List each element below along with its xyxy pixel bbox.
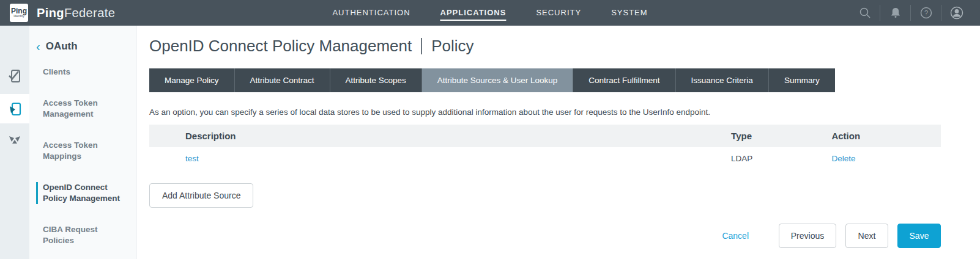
sidebar-item-ciba-request-policies[interactable]: CIBA Request Policies <box>36 224 127 246</box>
primary-nav: AUTHENTICATION APPLICATIONS SECURITY SYS… <box>332 0 647 26</box>
attribute-source-type: LDAP <box>731 147 831 170</box>
tab-issuance-criteria[interactable]: Issuance Criteria <box>675 68 768 92</box>
sidebar-item-access-token-management[interactable]: Access Token Management <box>36 98 127 120</box>
nav-system[interactable]: SYSTEM <box>611 5 647 21</box>
ping-identity-logo[interactable]: Ping Identity <box>10 4 28 22</box>
column-header-action: Action <box>831 125 941 147</box>
sidebar-section-label: OAuth <box>46 40 78 53</box>
account-icon[interactable] <box>941 0 971 26</box>
nav-authentication[interactable]: AUTHENTICATION <box>332 5 410 21</box>
attribute-sources-table: Description Type Action test LDAP Delete <box>149 125 941 170</box>
help-icon[interactable]: ? <box>911 0 941 26</box>
sidebar-item-clients[interactable]: Clients <box>36 67 127 78</box>
access-token-management-icon[interactable] <box>0 94 29 123</box>
brand-light: Federate <box>64 6 115 20</box>
notifications-bell-icon[interactable] <box>880 0 910 26</box>
brand-title: PingFederate <box>37 6 115 20</box>
brand-bold: Ping <box>37 6 64 20</box>
svg-text:?: ? <box>924 9 927 16</box>
search-icon[interactable] <box>850 0 880 26</box>
tab-attribute-sources-user-lookup[interactable]: Attribute Sources & User Lookup <box>421 68 573 92</box>
table-header-row: Description Type Action <box>149 125 941 147</box>
nav-applications[interactable]: APPLICATIONS <box>440 5 507 21</box>
tab-attribute-contract[interactable]: Attribute Contract <box>234 68 330 92</box>
nav-security[interactable]: SECURITY <box>536 5 581 21</box>
sidebar-item-openid-connect-policy-management[interactable]: OpenID Connect Policy Management <box>36 182 127 204</box>
column-header-type: Type <box>731 125 831 147</box>
footer-actions: Cancel Previous Next Save <box>149 224 941 248</box>
tab-attribute-scopes[interactable]: Attribute Scopes <box>330 68 421 92</box>
page-title: OpenID Connect Policy Management Policy <box>149 37 941 56</box>
logo-subtext: Identity <box>13 15 24 18</box>
attribute-source-link[interactable]: test <box>185 154 199 163</box>
wizard-tabs: Manage Policy Attribute Contract Attribu… <box>149 68 941 92</box>
sidebar-nav: ‹ OAuth Clients Access Token Management … <box>29 26 136 246</box>
table-row: test LDAP Delete <box>149 147 941 170</box>
tab-manage-policy[interactable]: Manage Policy <box>149 68 234 92</box>
column-header-description: Description <box>149 125 731 147</box>
tab-summary[interactable]: Summary <box>768 68 835 92</box>
previous-button[interactable]: Previous <box>779 224 836 248</box>
cancel-link[interactable]: Cancel <box>722 231 749 241</box>
icon-rail <box>0 26 29 259</box>
sidebar-back-oauth[interactable]: ‹ OAuth <box>29 40 136 53</box>
topbar-icon-group: ? <box>850 0 971 26</box>
add-attribute-source-button[interactable]: Add Attribute Source <box>149 183 253 208</box>
title-divider <box>421 38 422 54</box>
next-button[interactable]: Next <box>845 224 888 248</box>
chevron-left-icon: ‹ <box>36 42 40 51</box>
tab-contract-fulfillment[interactable]: Contract Fulfillment <box>573 68 675 92</box>
save-button[interactable]: Save <box>897 224 941 248</box>
page-title-text: OpenID Connect Policy Management <box>149 37 412 56</box>
delete-action-link[interactable]: Delete <box>831 154 855 163</box>
access-token-mappings-icon[interactable] <box>0 126 29 155</box>
pingfederate-app: Ping Identity PingFederate AUTHENTICATIO… <box>0 0 980 259</box>
clients-check-icon[interactable] <box>0 61 29 90</box>
page-title-suffix: Policy <box>431 37 473 56</box>
main-content: OpenID Connect Policy Management Policy … <box>137 26 980 259</box>
sidebar: ‹ OAuth Clients Access Token Management … <box>0 26 136 259</box>
top-bar: Ping Identity PingFederate AUTHENTICATIO… <box>0 0 980 26</box>
page-description: As an option, you can specify a series o… <box>149 108 941 117</box>
sidebar-item-access-token-mappings[interactable]: Access Token Mappings <box>36 140 127 162</box>
